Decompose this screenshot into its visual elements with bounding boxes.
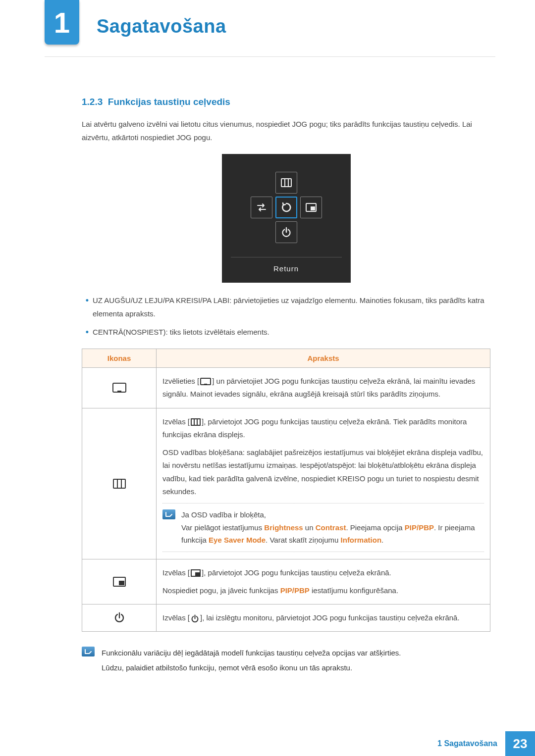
table-row: Izvēlas [], pārvietojot JOG pogu funkcij… [82, 408, 490, 559]
source-inline-icon [200, 378, 211, 386]
footer-page-number: 23 [505, 731, 535, 756]
section-number: 1.2.3 [82, 97, 103, 107]
osd-pip-icon [300, 197, 322, 218]
osd-menu-icon [275, 172, 297, 194]
section-intro: Lai atvērtu galveno izvēlni vai lietotu … [82, 117, 490, 144]
note-icon [82, 647, 95, 656]
table-header-description: Apraksts [157, 349, 490, 368]
footer-chapter-label: 1 Sagatavošana [437, 731, 505, 756]
icon-description-table: Ikonas Apraksts Izvēlieties [] un pārvie… [82, 349, 490, 632]
list-item: • UZ AUGŠU/UZ LEJU/PA KREISI/PA LABI: pā… [82, 294, 490, 320]
svg-rect-0 [281, 179, 291, 187]
pip-description: Izvēlas [], pārvietojot JOG pogu funkcij… [157, 559, 490, 605]
table-row: Izvēlieties [] un pārvietojiet JOG pogu … [82, 368, 490, 408]
source-description: Izvēlieties [] un pārvietojiet JOG pogu … [157, 368, 490, 408]
bullet-icon: • [82, 294, 93, 320]
chapter-title: Sagatavošana [97, 16, 226, 37]
note-icon [162, 509, 175, 519]
power-inline-icon [191, 614, 199, 623]
section-heading: 1.2.3 Funkcijas taustiņu ceļvedis [82, 97, 490, 107]
list-item-text: CENTRĀ(NOSPIEST): tiks lietots izvēlētai… [93, 325, 490, 339]
table-header-icons: Ikonas [82, 349, 157, 368]
svg-rect-20 [119, 581, 124, 585]
power-description: Izvēlas [], lai izslēgtu monitoru, pārvi… [157, 605, 490, 632]
menu-icon [82, 408, 157, 559]
list-item: • CENTRĀ(NOSPIEST): tiks lietots izvēlēt… [82, 325, 490, 339]
instruction-list: • UZ AUGŠU/UZ LEJU/PA KREISI/PA LABI: pā… [82, 294, 490, 339]
page-header: 1 Sagatavošana [45, 0, 495, 57]
table-row: Izvēlas [], lai izslēgtu monitoru, pārvi… [82, 605, 490, 632]
note-block: Ja OSD vadība ir bloķēta, Var pielāgot i… [162, 503, 484, 552]
osd-button-grid [231, 163, 342, 257]
pip-inline-icon [191, 569, 201, 577]
content-area: 1.2.3 Funkcijas taustiņu ceļvedis Lai at… [82, 97, 490, 675]
svg-rect-12 [204, 384, 207, 385]
svg-rect-10 [117, 391, 121, 393]
menu-inline-icon [191, 418, 201, 426]
osd-return-label: Return [231, 257, 342, 283]
footer-note-body: Funkcionālu variāciju dēļ iegādātajā mod… [102, 646, 490, 675]
chapter-number-badge: 1 [45, 0, 79, 45]
osd-return-icon [275, 197, 297, 218]
section-title: Funkcijas taustiņu ceļvedis [108, 97, 230, 107]
pip-icon [82, 559, 157, 605]
footer-note: Funkcionālu variāciju dēļ iegādātajā mod… [82, 646, 490, 675]
power-icon [82, 605, 157, 632]
menu-description: Izvēlas [], pārvietojot JOG pogu funkcij… [157, 408, 490, 559]
svg-rect-13 [113, 479, 125, 488]
osd-source-icon [251, 197, 272, 218]
bullet-icon: • [82, 325, 93, 339]
note-body: Ja OSD vadība ir bloķēta, Var pielāgot i… [181, 508, 484, 547]
table-row: Izvēlas [], pārvietojot JOG pogu funkcij… [82, 559, 490, 605]
page-footer: 1 Sagatavošana 23 [0, 731, 535, 756]
osd-power-icon [275, 221, 297, 243]
svg-rect-22 [195, 572, 200, 576]
osd-guide-graphic: Return [222, 154, 351, 283]
svg-rect-4 [311, 206, 315, 210]
list-item-text: UZ AUGŠU/UZ LEJU/PA KREISI/PA LABI: pārv… [93, 294, 490, 320]
source-icon [82, 368, 157, 408]
svg-rect-16 [191, 419, 200, 425]
